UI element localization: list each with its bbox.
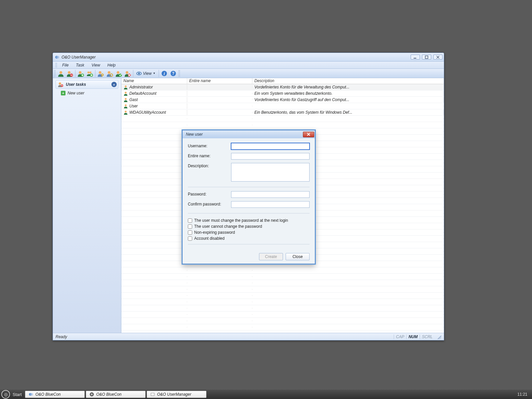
cell-desc: Ein vom System verwaltetes Benutzerkonto… — [254, 91, 332, 96]
input-confirm[interactable] — [231, 201, 310, 208]
checkbox-non-expiring[interactable] — [188, 230, 192, 235]
tool-user-default[interactable] — [57, 69, 65, 77]
menu-file[interactable]: File — [59, 62, 72, 68]
col-desc-header[interactable]: Description — [252, 78, 444, 84]
user-task-icon — [58, 81, 64, 87]
sidebar-new-user[interactable]: + New user — [56, 89, 118, 97]
table-row[interactable]: WDAGUtilityAccountEin Benutzerkonto, das… — [121, 109, 444, 116]
toolbar: View ▼ i ? — [53, 69, 444, 78]
col-name-header[interactable]: Name — [121, 78, 187, 84]
tool-user-disable[interactable] — [123, 69, 132, 77]
tool-help[interactable]: i — [160, 69, 169, 77]
maximize-button[interactable] — [422, 55, 431, 60]
svg-point-20 — [108, 71, 110, 74]
dialog-separator — [188, 187, 310, 187]
tool-group-add[interactable] — [85, 69, 94, 77]
minimize-button[interactable] — [411, 55, 420, 60]
table-row[interactable]: GastVordefiniertes Konto für Gastzugriff… — [121, 97, 444, 103]
sidebar: User tasks « + New user — [53, 78, 121, 333]
taskbar-item-icon — [150, 392, 155, 397]
status-ready: Ready — [56, 334, 67, 339]
svg-rect-2 — [414, 58, 416, 59]
taskbar-item[interactable]: O&O BlueCon — [25, 391, 85, 398]
svg-point-35 — [125, 85, 127, 87]
svg-rect-3 — [425, 56, 428, 59]
input-password[interactable] — [231, 191, 310, 198]
svg-point-24 — [126, 71, 128, 74]
tool-view-dropdown[interactable]: View ▼ — [134, 69, 158, 77]
checkbox-cannot-change[interactable] — [188, 224, 192, 229]
table-row-empty — [121, 312, 444, 318]
dialog-close-button[interactable] — [303, 132, 314, 137]
label-username: Username: — [188, 143, 231, 148]
menubar-grip[interactable] — [56, 63, 57, 67]
start-button[interactable]: ◎ — [1, 390, 10, 399]
input-username[interactable] — [231, 143, 310, 150]
tool-user-key[interactable] — [96, 69, 105, 77]
sidebar-header[interactable]: User tasks « — [56, 80, 118, 89]
question-icon: ? — [170, 70, 177, 77]
label-desc: Description: — [188, 163, 231, 168]
close-icon — [307, 133, 310, 136]
toolbar-separator — [159, 70, 159, 77]
start-label[interactable]: Start — [10, 392, 25, 397]
tool-user-remove[interactable] — [66, 69, 74, 77]
tool-user-add[interactable] — [76, 69, 85, 77]
cell-desc: Vordefiniertes Konto für die Verwaltung … — [254, 85, 349, 89]
svg-point-13 — [89, 71, 91, 73]
svg-point-1 — [56, 56, 59, 59]
tool-about[interactable]: ? — [169, 69, 178, 77]
table-row[interactable]: DefaultAccountEin vom System verwaltetes… — [121, 90, 444, 97]
resize-grip-icon[interactable] — [437, 334, 441, 339]
tool-user-enable[interactable] — [114, 69, 123, 77]
dialog-body: Username: Entire name: Description: Pass… — [183, 138, 315, 264]
checkbox-disabled[interactable] — [188, 236, 192, 241]
cell-name: WDAGUtilityAccount — [129, 110, 166, 115]
col-entire-header[interactable]: Entire name — [187, 78, 252, 84]
check-non-expiring[interactable]: Non-expiring password — [188, 230, 310, 235]
menu-task[interactable]: Task — [72, 62, 87, 68]
svg-point-37 — [125, 98, 127, 100]
table-row[interactable]: AdministratorVordefiniertes Konto für di… — [121, 84, 444, 90]
plus-icon: + — [61, 91, 66, 95]
user-icon — [58, 70, 64, 77]
close-window-button[interactable] — [433, 55, 443, 60]
sidebar-new-user-label: New user — [67, 91, 84, 95]
cell-name: User — [129, 104, 138, 108]
row-password: Password: — [188, 191, 310, 198]
check-cannot-change[interactable]: The user cannot change the password — [188, 224, 310, 229]
create-button[interactable]: Create — [259, 253, 283, 260]
clock: 11:21 — [513, 392, 532, 397]
window-title: O&O UserManager — [62, 55, 411, 60]
checkbox-must-change[interactable] — [188, 218, 192, 223]
create-button-label: Create — [265, 254, 277, 259]
sidebar-header-label: User tasks — [66, 82, 86, 87]
chevron-up-icon[interactable]: « — [111, 82, 117, 87]
chevron-down-icon: ▼ — [153, 72, 156, 75]
input-entire[interactable] — [231, 153, 310, 160]
dialog-title: New user — [186, 132, 203, 137]
input-desc[interactable] — [231, 163, 310, 182]
table-row-empty — [121, 305, 444, 312]
user-disable-icon — [124, 70, 131, 77]
menu-help[interactable]: Help — [104, 62, 119, 68]
toolbar-grip-end[interactable] — [179, 70, 180, 77]
check-disabled[interactable]: Account disabled — [188, 236, 310, 241]
table-row-empty — [121, 274, 444, 280]
tool-user-unlock[interactable] — [105, 69, 114, 77]
menu-view[interactable]: View — [88, 62, 103, 68]
check-must-change[interactable]: The user must change the password at the… — [188, 218, 310, 223]
close-button[interactable]: Close — [286, 253, 310, 260]
table-row-empty — [121, 286, 444, 293]
table-row[interactable]: User — [121, 103, 444, 109]
row-entire: Entire name: — [188, 153, 310, 160]
check-label-must-change: The user must change the password at the… — [194, 218, 288, 223]
dialog-titlebar: New user — [183, 130, 315, 138]
close-button-label: Close — [293, 254, 303, 259]
cell-desc: Vordefiniertes Konto für Gastzugriff auf… — [254, 97, 349, 102]
taskbar-item[interactable]: O&O UserManager — [147, 391, 206, 398]
close-icon — [436, 56, 440, 59]
taskbar-item[interactable]: O&O BlueCon — [86, 391, 146, 398]
svg-point-39 — [125, 111, 127, 113]
toolbar-grip[interactable] — [54, 70, 56, 77]
